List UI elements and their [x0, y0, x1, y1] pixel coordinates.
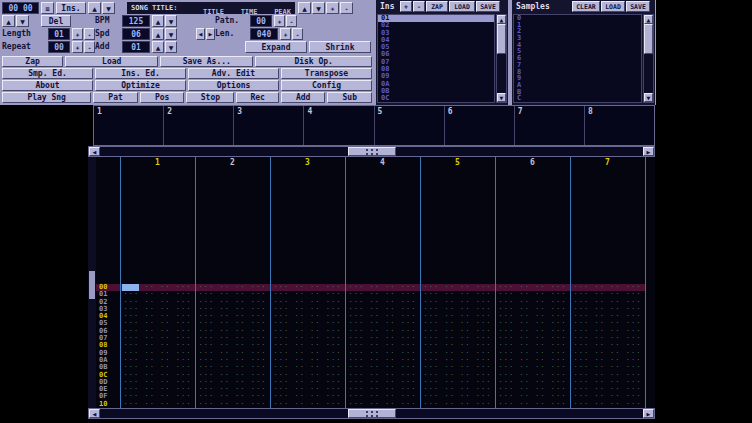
pattern-cell[interactable]: ··· ·· ·· ··· — [420, 299, 495, 306]
pattern-cell[interactable]: ··· ·· ·· ··· — [570, 393, 645, 400]
pattern-cell[interactable]: ··· ·· ·· ··· — [570, 313, 645, 320]
pattern-cell[interactable]: ··· ·· ·· ··· — [420, 291, 495, 298]
pattern-cell[interactable]: ··· ·· ·· ··· — [270, 379, 345, 386]
pattern-channel-header-3[interactable]: 3 — [270, 158, 345, 167]
title-down-button[interactable]: ▼ — [312, 2, 325, 14]
pattern-cell[interactable]: ··· ·· ·· ··· — [195, 342, 270, 349]
pattern-cell[interactable]: ··· ·· ·· ··· — [495, 357, 570, 364]
button-options[interactable]: Options — [188, 80, 279, 91]
scope-channel-3[interactable]: 3 — [233, 106, 303, 145]
pattern-length-minus-button[interactable]: - — [292, 28, 303, 40]
pattern-minus-button[interactable]: - — [286, 15, 297, 27]
order-up-button[interactable]: ▲ — [88, 2, 101, 14]
instruments-scroll-thumb[interactable] — [497, 24, 506, 54]
repeat-minus-button[interactable]: - — [84, 41, 95, 53]
pattern-cell[interactable]: ··· ·· ·· ··· — [195, 335, 270, 342]
pattern-cell[interactable]: ··· ·· ·· ··· — [195, 372, 270, 379]
pattern-cell[interactable]: ··· ·· ·· ··· — [120, 306, 195, 313]
pattern-cell[interactable]: ··· ·· ·· ··· — [345, 306, 420, 313]
instrument-item-08[interactable]: 08 — [378, 66, 494, 73]
samples-scroll-track[interactable] — [644, 24, 653, 93]
sample-item-A[interactable]: A — [514, 82, 641, 89]
speed-up-button[interactable]: ▲ — [152, 28, 164, 40]
pattern-cell[interactable]: ··· ·· ·· ··· — [570, 401, 645, 408]
instrument-zap-button[interactable]: Zap — [426, 1, 448, 12]
instrument-item-02[interactable]: 02 — [378, 22, 494, 29]
pattern-cell[interactable]: ··· ·· ·· ··· — [270, 350, 345, 357]
sample-item-C[interactable]: C — [514, 95, 641, 102]
button-adv-edit[interactable]: Adv. Edit — [188, 68, 279, 79]
pattern-cell[interactable]: ··· ·· ·· ··· — [345, 372, 420, 379]
sample-item-3[interactable]: 3 — [514, 35, 641, 42]
pattern-channel-header-1[interactable]: 1 — [120, 158, 195, 167]
instrument-item-03[interactable]: 03 — [378, 30, 494, 37]
pattern-vscroll-thumb[interactable] — [89, 271, 95, 299]
samples-scroll-thumb[interactable] — [644, 24, 653, 54]
pattern-cell[interactable]: ··· ·· ·· ··· — [495, 393, 570, 400]
pattern-cell[interactable]: ··· ·· ·· ··· — [120, 364, 195, 371]
pattern-cell[interactable]: ··· ·· ·· ··· — [120, 313, 195, 320]
pattern-number-value[interactable]: 00 — [250, 15, 272, 27]
pattern-cell[interactable]: ··· ·· ·· ··· — [570, 284, 645, 291]
pattern-cell[interactable]: ··· ·· ·· ··· — [495, 328, 570, 335]
hscroll-top-track[interactable] — [100, 147, 643, 156]
pattern-cell[interactable]: ··· ·· ·· ··· — [420, 357, 495, 364]
pattern-cell[interactable]: ··· ·· ·· ··· — [270, 401, 345, 408]
pattern-cell[interactable]: ··· ·· ·· ··· — [270, 299, 345, 306]
samples-scroll-up-icon[interactable]: ▲ — [644, 15, 653, 24]
instruments-scroll-track[interactable] — [497, 24, 506, 93]
pattern-cell[interactable]: ··· ·· ·· ··· — [120, 335, 195, 342]
pattern-cell[interactable]: ··· ·· ·· ··· — [195, 299, 270, 306]
pattern-cell[interactable]: ··· ·· ·· ··· — [195, 393, 270, 400]
pattern-cell[interactable]: ··· ·· ·· ··· — [570, 306, 645, 313]
button-config[interactable]: Config — [281, 80, 372, 91]
title-minus-button[interactable]: - — [340, 2, 353, 14]
sample-clear-button[interactable]: Clear — [572, 1, 600, 12]
pattern-cell[interactable]: ··· ·· ·· ··· — [120, 328, 195, 335]
flip-right-button[interactable]: ▶ — [206, 28, 215, 40]
pattern-vscrollbar[interactable] — [88, 157, 96, 408]
pattern-cell[interactable]: ··· ·· ·· ··· — [120, 291, 195, 298]
order-list-menu-button[interactable]: ≡ — [41, 2, 54, 14]
pattern-cell[interactable]: ··· ·· ·· ··· — [345, 357, 420, 364]
speed-down-button[interactable]: ▼ — [165, 28, 177, 40]
position-down-button[interactable]: ▼ — [16, 15, 29, 27]
title-plus-button[interactable]: + — [326, 2, 339, 14]
pattern-cell[interactable]: ··· ·· ·· ··· — [345, 299, 420, 306]
pattern-cell[interactable]: ··· ·· ·· ··· — [420, 350, 495, 357]
length-plus-button[interactable]: + — [72, 28, 83, 40]
shrink-button[interactable]: Shrink — [309, 41, 371, 53]
pattern-cell[interactable]: ··· ·· ·· ··· — [270, 357, 345, 364]
instrument-load-button[interactable]: Load — [449, 1, 475, 12]
pattern-cell[interactable]: ··· ·· ·· ··· — [270, 306, 345, 313]
pattern-cell[interactable]: ··· ·· ·· ··· — [570, 372, 645, 379]
button-play-sng[interactable]: Play Sng — [2, 92, 91, 103]
pattern-cell[interactable]: ··· ·· ·· ··· — [195, 291, 270, 298]
instrument--button[interactable]: - — [413, 1, 425, 12]
pattern-cell[interactable]: ··· ·· ·· ··· — [420, 386, 495, 393]
instrument-item-05[interactable]: 05 — [378, 44, 494, 51]
instrument-item-07[interactable]: 07 — [378, 59, 494, 66]
pattern-cell[interactable]: ··· ·· ·· ··· — [570, 299, 645, 306]
pattern-cell[interactable]: ··· ·· ·· ··· — [195, 357, 270, 364]
pattern-cell[interactable]: ··· ·· ·· ··· — [420, 306, 495, 313]
bpm-up-button[interactable]: ▲ — [152, 15, 164, 27]
pattern-cell[interactable]: ··· ·· ·· ··· — [270, 386, 345, 393]
pattern-cell[interactable]: ··· ·· ·· ··· — [120, 357, 195, 364]
button-smp-ed[interactable]: Smp. Ed. — [2, 68, 93, 79]
bpm-down-button[interactable]: ▼ — [165, 15, 177, 27]
pattern-cell[interactable]: ··· ·· ·· ··· — [120, 320, 195, 327]
button-pos[interactable]: Pos — [140, 92, 185, 103]
instrument-item-04[interactable]: 04 — [378, 37, 494, 44]
pattern-cell[interactable]: ··· ·· ·· ··· — [345, 379, 420, 386]
pattern-channel-header-4[interactable]: 4 — [345, 158, 420, 167]
pattern-cell[interactable]: ··· ·· ·· ··· — [570, 386, 645, 393]
instrument-item-0A[interactable]: 0A — [378, 81, 494, 88]
pattern-cell[interactable]: ··· ·· ·· ··· — [495, 401, 570, 408]
add-up-button[interactable]: ▲ — [152, 41, 164, 53]
pattern-cell[interactable]: ··· ·· ·· ··· — [420, 328, 495, 335]
pattern-cell[interactable]: ··· ·· ·· ··· — [495, 320, 570, 327]
scope-channel-4[interactable]: 4 — [303, 106, 373, 145]
pattern-cell[interactable]: ··· ·· ·· ··· — [120, 342, 195, 349]
pattern-cell[interactable]: ··· ·· ·· ··· — [420, 393, 495, 400]
